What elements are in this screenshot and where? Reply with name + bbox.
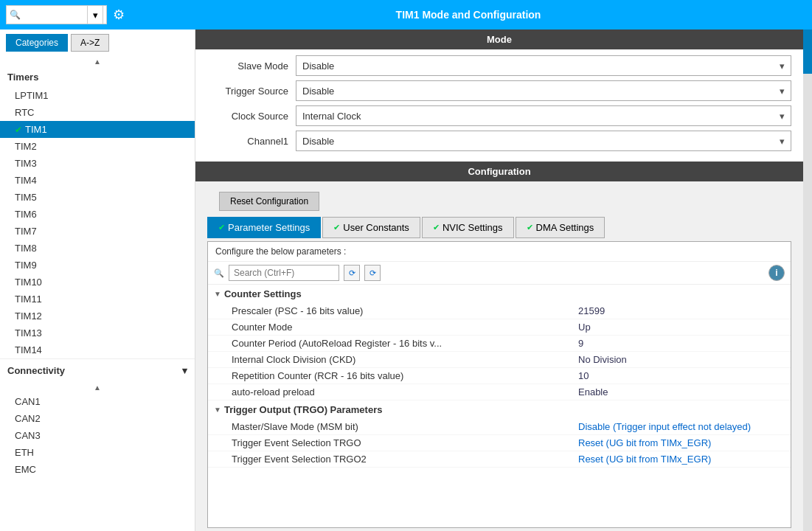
nvic-check-icon: ✔ — [433, 223, 440, 232]
sidebar-item-tim12[interactable]: TIM12 — [0, 308, 195, 324]
repetition-name: Repetition Counter (RCR - 16 bits value) — [232, 370, 578, 381]
msm-name: Master/Slave Mode (MSM bit) — [232, 421, 578, 432]
channel1-select[interactable]: Disable ▾ — [296, 131, 791, 151]
sidebar-item-lptim1[interactable]: LPTIM1 — [0, 87, 195, 104]
counter-period-value[interactable]: 9 — [578, 338, 785, 349]
info-button[interactable]: i — [768, 265, 785, 281]
sidebar-item-can1[interactable]: CAN1 — [0, 393, 195, 410]
scroll-thumb[interactable] — [803, 30, 812, 74]
tab-parameter-settings[interactable]: ✔ Parameter Settings — [207, 217, 321, 238]
tim7-label: TIM7 — [15, 226, 37, 237]
sidebar-item-tim2[interactable]: TIM2 — [0, 138, 195, 155]
right-panel: Mode Slave Mode Disable ▾ Trigger Source… — [195, 30, 803, 531]
trgo-value[interactable]: Reset (UG bit from TIMx_EGR) — [578, 437, 785, 448]
counter-mode-name: Counter Mode — [232, 322, 578, 333]
tab-dma-settings[interactable]: ✔ DMA Settings — [516, 217, 605, 238]
sidebar-item-tim8[interactable]: TIM8 — [0, 240, 195, 257]
trigger-source-select[interactable]: Disable ▾ — [296, 80, 791, 101]
sidebar-item-tim10[interactable]: TIM10 — [0, 274, 195, 291]
param-row-counter-period: Counter Period (AutoReload Register - 16… — [208, 336, 791, 352]
param-row-repetition: Repetition Counter (RCR - 16 bits value)… — [208, 368, 791, 384]
trgo2-value[interactable]: Reset (UG bit from TIMx_EGR) — [578, 454, 785, 465]
param-row-trgo: Trigger Event Selection TRGO Reset (UG b… — [208, 435, 791, 451]
connectivity-collapse-icon: ▾ — [182, 365, 187, 376]
tab-a-z[interactable]: A->Z — [71, 34, 109, 52]
tim10-label: TIM10 — [15, 277, 42, 288]
sidebar-item-tim11[interactable]: TIM11 — [0, 291, 195, 308]
trigger-source-label: Trigger Source — [207, 86, 296, 97]
slave-mode-select[interactable]: Disable ▾ — [296, 55, 791, 76]
connectivity-header[interactable]: Connectivity ▾ — [0, 358, 195, 382]
reset-config-button[interactable]: Reset Configuration — [219, 192, 319, 211]
sidebar-item-tim5[interactable]: TIM5 — [0, 189, 195, 206]
can3-label: CAN3 — [15, 430, 41, 441]
sidebar-item-tim9[interactable]: TIM9 — [0, 257, 195, 274]
timers-section-header[interactable]: Timers — [0, 67, 195, 87]
param-row-ckd: Internal Clock Division (CKD) No Divisio… — [208, 352, 791, 368]
sidebar-item-rtc[interactable]: RTC — [0, 104, 195, 121]
clock-source-select[interactable]: Internal Clock ▾ — [296, 105, 791, 126]
nvic-label: NVIC Settings — [443, 222, 503, 233]
autoreload-value[interactable]: Enable — [578, 386, 785, 398]
mode-header: Mode — [195, 30, 803, 49]
param-row-autoreload: auto-reload preload Enable — [208, 384, 791, 400]
trigger-source-value: Disable — [302, 86, 780, 97]
param-row-trgo2: Trigger Event Selection TRGO2 Reset (UG … — [208, 451, 791, 468]
search-input[interactable] — [21, 10, 87, 20]
autoreload-name: auto-reload preload — [232, 386, 578, 398]
nav-prev-btn[interactable]: ⟳ — [344, 265, 360, 281]
sidebar-item-can3[interactable]: CAN3 — [0, 427, 195, 444]
eth-label: ETH — [15, 447, 34, 458]
trgo-group-header[interactable]: ▼ Trigger Output (TRGO) Parameters — [208, 400, 791, 419]
tab-categories[interactable]: Categories — [6, 34, 68, 52]
tim4-label: TIM4 — [15, 175, 37, 186]
sidebar-item-emc[interactable]: EMC — [0, 461, 195, 478]
msm-value[interactable]: Disable (Trigger input effect not delaye… — [578, 421, 785, 432]
sidebar-item-tim3[interactable]: TIM3 — [0, 155, 195, 172]
slave-mode-label: Slave Mode — [207, 60, 296, 72]
main-content: Categories A->Z ▲ Timers LPTIM1 RTC ✔ TI… — [0, 30, 812, 531]
sidebar: Categories A->Z ▲ Timers LPTIM1 RTC ✔ TI… — [0, 30, 195, 531]
counter-settings-group-header[interactable]: ▼ Counter Settings — [208, 285, 791, 303]
sidebar-item-tim7[interactable]: TIM7 — [0, 223, 195, 240]
clock-source-row: Clock Source Internal Clock ▾ — [207, 105, 791, 126]
params-area: Configure the below parameters : 🔍 ⟳ ⟳ i… — [207, 241, 791, 528]
right-scrollbar[interactable] — [803, 30, 812, 531]
repetition-value[interactable]: 10 — [578, 370, 785, 381]
sidebar-item-tim6[interactable]: TIM6 — [0, 206, 195, 223]
tim6-label: TIM6 — [15, 209, 37, 220]
trgo2-name: Trigger Event Selection TRGO2 — [232, 454, 578, 465]
sidebar-item-tim4[interactable]: TIM4 — [0, 172, 195, 189]
search-box: 🔍 ▾ — [6, 5, 107, 24]
tim5-label: TIM5 — [15, 192, 37, 203]
sidebar-list: ▲ Timers LPTIM1 RTC ✔ TIM1 TIM2 TIM3 — [0, 56, 195, 531]
scroll-up-btn[interactable]: ▲ — [0, 56, 195, 67]
tim12-label: TIM12 — [15, 310, 42, 322]
emc-label: EMC — [15, 464, 36, 475]
sidebar-item-tim1[interactable]: ✔ TIM1 — [0, 121, 195, 138]
search-dropdown[interactable]: ▾ — [87, 5, 103, 24]
slave-mode-value: Disable — [302, 60, 780, 72]
can2-label: CAN2 — [15, 413, 41, 424]
tim2-label: TIM2 — [15, 141, 37, 152]
ckd-value[interactable]: No Division — [578, 354, 785, 365]
channel1-arrow-icon: ▾ — [780, 136, 785, 147]
tab-nvic-settings[interactable]: ✔ NVIC Settings — [422, 217, 514, 238]
prescaler-value[interactable]: 21599 — [578, 305, 785, 316]
nav-next-btn[interactable]: ⟳ — [364, 265, 381, 281]
param-search-input[interactable] — [229, 265, 339, 281]
sidebar-tabs: Categories A->Z — [0, 30, 195, 56]
clock-source-arrow-icon: ▾ — [780, 111, 785, 122]
sidebar-item-can2[interactable]: CAN2 — [0, 410, 195, 427]
sidebar-item-eth[interactable]: ETH — [0, 444, 195, 461]
sidebar-item-tim14[interactable]: TIM14 — [0, 341, 195, 358]
slave-mode-row: Slave Mode Disable ▾ — [207, 55, 791, 76]
tim1-check-icon: ✔ — [15, 125, 22, 135]
tab-user-constants[interactable]: ✔ User Constants — [322, 217, 420, 238]
tim14-label: TIM14 — [15, 344, 42, 355]
sidebar-item-tim13[interactable]: TIM13 — [0, 324, 195, 341]
counter-mode-value[interactable]: Up — [578, 322, 785, 333]
scroll-down-connectivity[interactable]: ▲ — [0, 382, 195, 393]
gear-icon[interactable]: ⚙ — [113, 7, 125, 23]
page-title: TIM1 Mode and Configuration — [131, 9, 806, 21]
